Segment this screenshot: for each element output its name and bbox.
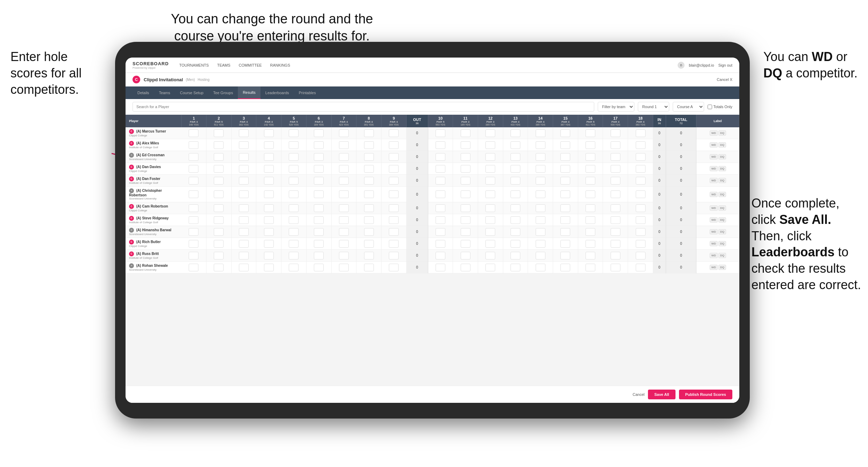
score-input-hole-17-row-9[interactable] [611, 240, 620, 248]
hole-18-score-input-row-10[interactable] [628, 250, 653, 262]
hole-4-score-input-row-5[interactable] [256, 187, 281, 202]
score-input-hole-18-row-2[interactable] [636, 153, 646, 161]
score-input-hole-7-row-8[interactable] [339, 228, 349, 236]
score-input-hole-10-row-9[interactable] [436, 240, 445, 248]
score-input-hole-2-row-1[interactable] [214, 141, 224, 149]
hole-10-score-input-row-1[interactable] [428, 139, 453, 151]
score-input-hole-2-row-9[interactable] [214, 240, 224, 248]
dq-button[interactable]: DQ [718, 142, 726, 148]
score-input-hole-5-row-6[interactable] [289, 204, 299, 212]
hole-4-score-input-row-11[interactable] [256, 262, 281, 273]
hole-4-score-input-row-3[interactable] [256, 163, 281, 175]
tab-course-setup[interactable]: Course Setup [175, 86, 208, 99]
hole-17-score-input-row-8[interactable] [603, 226, 628, 238]
hole-5-score-input-row-10[interactable] [281, 250, 307, 262]
hole-1-score-input-row-5[interactable] [181, 187, 206, 202]
hole-11-score-input-row-8[interactable] [453, 226, 478, 238]
score-input-hole-9-row-6[interactable] [389, 204, 399, 212]
hole-14-score-input-row-11[interactable] [528, 262, 553, 273]
score-input-hole-11-row-9[interactable] [461, 240, 470, 248]
hole-2-score-input-row-10[interactable] [206, 250, 231, 262]
score-input-hole-13-row-2[interactable] [511, 153, 520, 161]
hole-18-score-input-row-3[interactable] [628, 163, 653, 175]
hole-12-score-input-row-3[interactable] [478, 163, 503, 175]
hole-4-score-input-row-6[interactable] [256, 202, 281, 214]
score-input-hole-7-row-9[interactable] [339, 240, 349, 248]
hole-17-score-input-row-11[interactable] [603, 262, 628, 273]
hole-16-score-input-row-3[interactable] [578, 163, 603, 175]
hole-1-score-input-row-6[interactable] [181, 202, 206, 214]
hole-11-score-input-row-3[interactable] [453, 163, 478, 175]
hole-7-score-input-row-10[interactable] [331, 250, 356, 262]
hole-1-score-input-row-4[interactable] [181, 175, 206, 187]
hole-18-score-input-row-7[interactable] [628, 214, 653, 226]
score-input-hole-8-row-10[interactable] [364, 252, 374, 259]
hole-2-score-input-row-2[interactable] [206, 151, 231, 163]
score-input-hole-9-row-2[interactable] [389, 153, 399, 161]
score-input-hole-9-row-3[interactable] [389, 165, 399, 173]
score-input-hole-3-row-11[interactable] [239, 264, 249, 271]
hole-13-score-input-row-9[interactable] [503, 238, 528, 250]
score-input-hole-15-row-2[interactable] [560, 153, 570, 161]
hole-12-score-input-row-0[interactable] [478, 127, 503, 139]
score-input-hole-4-row-5[interactable] [264, 190, 274, 198]
score-input-hole-4-row-11[interactable] [264, 264, 274, 271]
hole-11-score-input-row-11[interactable] [453, 262, 478, 273]
score-input-hole-8-row-0[interactable] [364, 129, 374, 137]
hole-15-score-input-row-11[interactable] [553, 262, 578, 273]
score-input-hole-14-row-10[interactable] [536, 252, 545, 259]
dq-button[interactable]: DQ [718, 192, 726, 197]
score-input-hole-10-row-3[interactable] [436, 165, 445, 173]
hole-9-score-input-row-8[interactable] [381, 226, 406, 238]
hole-4-score-input-row-0[interactable] [256, 127, 281, 139]
score-input-hole-15-row-8[interactable] [560, 228, 570, 236]
hole-4-score-input-row-9[interactable] [256, 238, 281, 250]
hole-17-score-input-row-3[interactable] [603, 163, 628, 175]
hole-3-score-input-row-4[interactable] [231, 175, 256, 187]
score-input-hole-12-row-1[interactable] [485, 141, 495, 149]
hole-5-score-input-row-1[interactable] [281, 139, 307, 151]
score-input-hole-12-row-8[interactable] [485, 228, 495, 236]
score-input-hole-15-row-6[interactable] [560, 204, 570, 212]
score-input-hole-3-row-10[interactable] [239, 252, 249, 259]
score-input-hole-12-row-10[interactable] [485, 252, 495, 259]
score-input-hole-6-row-3[interactable] [314, 165, 324, 173]
score-input-hole-1-row-4[interactable] [189, 177, 198, 184]
score-input-hole-9-row-8[interactable] [389, 228, 399, 236]
hole-16-score-input-row-2[interactable] [578, 151, 603, 163]
score-input-hole-13-row-7[interactable] [511, 216, 520, 224]
hole-5-score-input-row-3[interactable] [281, 163, 307, 175]
score-input-hole-18-row-10[interactable] [636, 252, 646, 259]
score-input-hole-11-row-7[interactable] [461, 216, 470, 224]
score-input-hole-13-row-11[interactable] [511, 264, 520, 271]
score-input-hole-14-row-0[interactable] [536, 129, 545, 137]
wd-button[interactable]: WD [710, 166, 718, 171]
hole-16-score-input-row-4[interactable] [578, 175, 603, 187]
hole-8-score-input-row-6[interactable] [356, 202, 382, 214]
score-input-hole-10-row-10[interactable] [436, 252, 445, 259]
score-input-hole-12-row-6[interactable] [485, 204, 495, 212]
hole-4-score-input-row-4[interactable] [256, 175, 281, 187]
score-input-hole-2-row-11[interactable] [214, 264, 224, 271]
score-input-hole-15-row-11[interactable] [560, 264, 570, 271]
totals-only-checkbox[interactable] [708, 105, 712, 109]
hole-15-score-input-row-9[interactable] [553, 238, 578, 250]
hole-1-score-input-row-1[interactable] [181, 139, 206, 151]
hole-16-score-input-row-6[interactable] [578, 202, 603, 214]
hole-14-score-input-row-4[interactable] [528, 175, 553, 187]
hole-17-score-input-row-2[interactable] [603, 151, 628, 163]
hole-10-score-input-row-6[interactable] [428, 202, 453, 214]
hole-10-score-input-row-5[interactable] [428, 187, 453, 202]
score-input-hole-9-row-1[interactable] [389, 141, 399, 149]
hole-10-score-input-row-8[interactable] [428, 226, 453, 238]
score-input-hole-17-row-5[interactable] [611, 190, 620, 198]
score-input-hole-11-row-3[interactable] [461, 165, 470, 173]
dq-button[interactable]: DQ [718, 229, 726, 234]
score-input-hole-2-row-6[interactable] [214, 204, 224, 212]
hole-10-score-input-row-10[interactable] [428, 250, 453, 262]
hole-5-score-input-row-8[interactable] [281, 226, 307, 238]
score-input-hole-8-row-8[interactable] [364, 228, 374, 236]
score-input-hole-7-row-7[interactable] [339, 216, 349, 224]
hole-10-score-input-row-2[interactable] [428, 151, 453, 163]
hole-17-score-input-row-5[interactable] [603, 187, 628, 202]
